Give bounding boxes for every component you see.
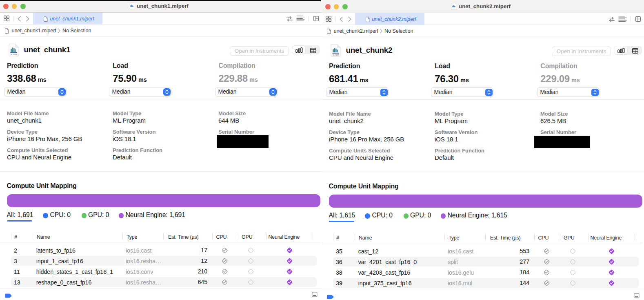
svg-text:ML PERF: ML PERF [11,54,18,56]
svg-text:ML PERF: ML PERF [333,54,340,56]
